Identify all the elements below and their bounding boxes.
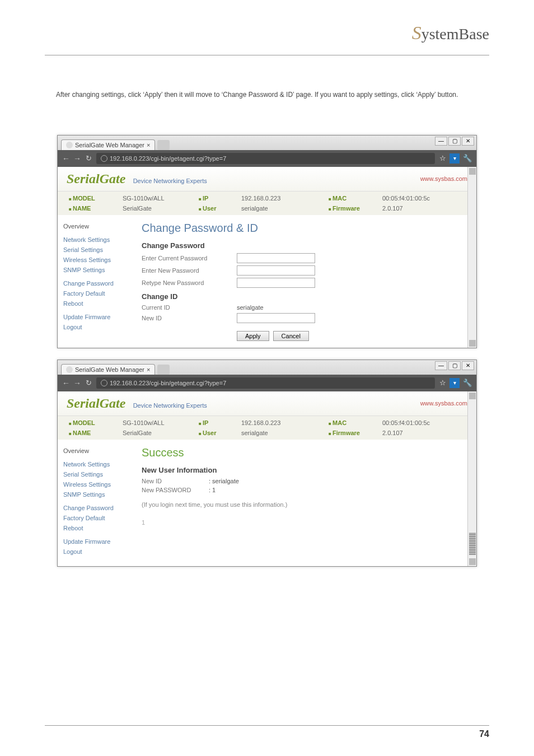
current-id-value: serialgate bbox=[237, 304, 264, 311]
main-panel: Change Password & ID Change Password Ent… bbox=[130, 215, 476, 348]
ext-icon[interactable]: ▾ bbox=[449, 153, 460, 164]
cancel-button[interactable]: Cancel bbox=[273, 331, 309, 341]
sidebar-item-firmware[interactable]: Update Firmware bbox=[63, 314, 125, 320]
scroll-up-icon[interactable] bbox=[469, 168, 476, 175]
browser-tab[interactable]: SerialGate Web Manager× bbox=[61, 139, 155, 150]
globe-icon bbox=[101, 155, 107, 162]
new-password-value: : 1 bbox=[209, 487, 216, 493]
description-text: After changing settings, click ‘Apply’ t… bbox=[56, 89, 489, 101]
new-id-label: New ID bbox=[142, 478, 209, 484]
sidebar-item-factory[interactable]: Factory Default bbox=[63, 515, 125, 521]
login-note: (If you login next time, you must use th… bbox=[142, 501, 465, 508]
tagline: Device Networking Experts bbox=[133, 402, 207, 409]
sidebar-item-network[interactable]: Network Settings bbox=[63, 236, 125, 243]
close-icon[interactable]: × bbox=[147, 366, 150, 373]
sidebar-item-password[interactable]: Change Password bbox=[63, 280, 125, 287]
section-change-id: Change ID bbox=[142, 292, 465, 301]
new-tab-button[interactable] bbox=[157, 365, 170, 375]
panel-title: Change Password & ID bbox=[142, 222, 465, 235]
sidebar-item-serial[interactable]: Serial Settings bbox=[63, 471, 125, 478]
back-button[interactable]: ← bbox=[62, 154, 70, 163]
url-input[interactable]: 192.168.0.223/cgi-bin/getagent.cgi?type=… bbox=[96, 377, 435, 389]
sidebar-item-reboot[interactable]: Reboot bbox=[63, 525, 125, 531]
favicon-icon bbox=[66, 366, 73, 373]
forward-button[interactable]: → bbox=[73, 154, 81, 163]
sidebar-item-password[interactable]: Change Password bbox=[63, 505, 125, 511]
new-id-label: New ID bbox=[142, 315, 231, 321]
device-info-bar: MODELSG-1010w/ALL IP192.168.0.223 MAC00:… bbox=[58, 416, 476, 440]
new-tab-button[interactable] bbox=[157, 140, 170, 150]
footer-mark: 1 bbox=[142, 519, 465, 526]
address-bar: ←→ ↻ 192.168.0.223/cgi-bin/getagent.cgi?… bbox=[58, 375, 476, 391]
reload-button[interactable]: ↻ bbox=[86, 154, 92, 162]
forward-button[interactable]: → bbox=[73, 379, 81, 388]
sidebar-menu: Overview Network Settings Serial Setting… bbox=[58, 215, 130, 348]
new-user-info-heading: New User Information bbox=[142, 466, 465, 474]
back-button[interactable]: ← bbox=[62, 379, 70, 388]
sidebar-item-logout[interactable]: Logout bbox=[63, 548, 125, 555]
scroll-down-icon[interactable] bbox=[469, 340, 476, 347]
new-password-label: Enter New Password bbox=[142, 267, 231, 274]
sidebar-item-firmware[interactable]: Update Firmware bbox=[63, 538, 125, 545]
main-panel: Success New User Information New ID: ser… bbox=[130, 440, 476, 566]
close-window-button[interactable]: ✕ bbox=[462, 137, 474, 146]
sidebar-menu: Overview Network Settings Serial Setting… bbox=[58, 440, 130, 566]
minimize-button[interactable]: — bbox=[435, 137, 447, 146]
sidebar-item-reboot[interactable]: Reboot bbox=[63, 300, 125, 307]
current-id-label: Current ID bbox=[142, 304, 231, 311]
sidebar-item-snmp[interactable]: SNMP Settings bbox=[63, 491, 125, 498]
device-info-bar: MODELSG-1010w/ALL IP192.168.0.223 MAC00:… bbox=[58, 192, 476, 215]
favicon-icon bbox=[66, 142, 73, 148]
serialgate-logo: SerialGate bbox=[67, 396, 125, 410]
brand-logo: SystemBase bbox=[45, 22, 489, 44]
current-password-label: Enter Current Password bbox=[142, 255, 231, 262]
address-bar: ←→ ↻ 192.168.0.223/cgi-bin/getagent.cgi?… bbox=[58, 150, 476, 167]
maximize-button[interactable]: ▢ bbox=[448, 137, 461, 146]
browser-tab[interactable]: SerialGate Web Manager× bbox=[61, 364, 155, 375]
sidebar-item-wireless[interactable]: Wireless Settings bbox=[63, 481, 125, 488]
minimize-button[interactable]: — bbox=[435, 361, 447, 370]
tagline: Device Networking Experts bbox=[133, 178, 207, 184]
close-icon[interactable]: × bbox=[147, 142, 150, 148]
sidebar-item-overview[interactable]: Overview bbox=[63, 447, 125, 454]
wrench-icon[interactable]: 🔧 bbox=[463, 379, 472, 387]
success-title: Success bbox=[142, 446, 465, 459]
new-password-input[interactable] bbox=[237, 265, 315, 276]
apply-button[interactable]: Apply bbox=[237, 331, 269, 341]
website-link[interactable]: www.sysbas.com bbox=[420, 400, 467, 407]
sidebar-item-serial[interactable]: Serial Settings bbox=[63, 246, 125, 253]
serialgate-logo: SerialGate bbox=[67, 171, 125, 186]
star-icon[interactable]: ☆ bbox=[439, 154, 446, 162]
ext-icon[interactable]: ▾ bbox=[449, 378, 460, 388]
close-window-button[interactable]: ✕ bbox=[462, 361, 474, 370]
retype-password-input[interactable] bbox=[237, 278, 315, 288]
section-change-password: Change Password bbox=[142, 241, 465, 250]
retype-password-label: Retype New Password bbox=[142, 279, 231, 286]
wrench-icon[interactable]: 🔧 bbox=[463, 154, 472, 162]
sidebar-item-network[interactable]: Network Settings bbox=[63, 461, 125, 468]
sidebar-item-wireless[interactable]: Wireless Settings bbox=[63, 256, 125, 263]
new-id-value: : serialgate bbox=[209, 478, 239, 484]
new-password-label: New PASSWORD bbox=[142, 487, 209, 493]
current-password-input[interactable] bbox=[237, 253, 315, 263]
browser-window-1: SerialGate Web Manager× — ▢ ✕ ←→ ↻ 192.1… bbox=[57, 135, 477, 348]
tab-bar: SerialGate Web Manager× — ▢ ✕ bbox=[58, 360, 476, 375]
sidebar-item-snmp[interactable]: SNMP Settings bbox=[63, 267, 125, 273]
sidebar-item-overview[interactable]: Overview bbox=[63, 223, 125, 230]
new-id-input[interactable] bbox=[237, 313, 315, 323]
sidebar-item-logout[interactable]: Logout bbox=[63, 324, 125, 330]
sidebar-item-factory[interactable]: Factory Default bbox=[63, 290, 125, 297]
maximize-button[interactable]: ▢ bbox=[448, 361, 461, 370]
page-number: 74 bbox=[45, 725, 489, 739]
scroll-up-icon[interactable] bbox=[469, 393, 476, 399]
reload-button[interactable]: ↻ bbox=[86, 379, 92, 387]
tab-bar: SerialGate Web Manager× — ▢ ✕ bbox=[58, 136, 476, 150]
browser-window-2: SerialGate Web Manager× — ▢ ✕ ←→ ↻ 192.1… bbox=[57, 360, 477, 567]
scroll-down-icon[interactable] bbox=[469, 558, 476, 565]
star-icon[interactable]: ☆ bbox=[439, 379, 446, 387]
scroll-thumb[interactable] bbox=[469, 533, 476, 555]
globe-icon bbox=[101, 380, 107, 386]
url-input[interactable]: 192.168.0.223/cgi-bin/getagent.cgi?type=… bbox=[96, 153, 435, 164]
website-link[interactable]: www.sysbas.com bbox=[420, 175, 467, 182]
